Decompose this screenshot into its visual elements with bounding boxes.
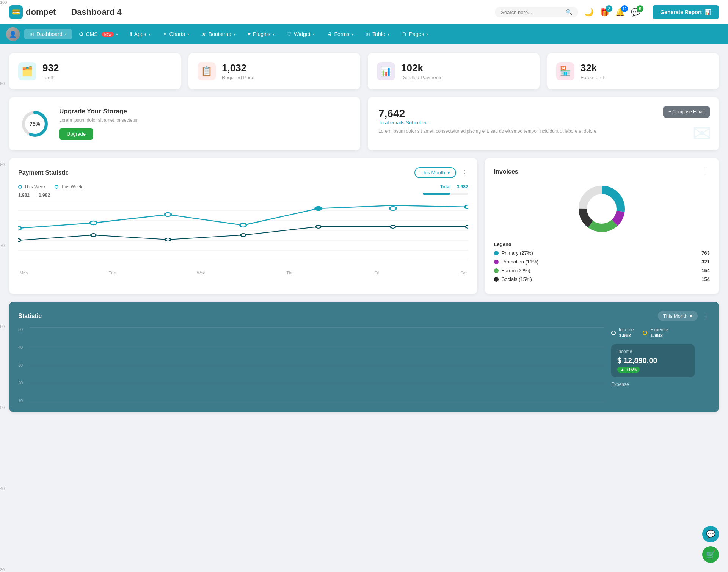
chevron-down-icon: ▾ [234,32,235,36]
storage-info: Upgrade Your Storage Lorem ipsum dolor s… [59,108,139,140]
expense-legend-value: 1.982 [650,332,668,338]
income-dot [611,331,616,335]
sidebar-item-bootstrap[interactable]: ★ Bootstrap ▾ [196,29,241,39]
expense-dot [643,331,647,335]
payments-number: 102k [401,62,442,74]
bar-chart-area: 5040302010 [18,327,604,403]
payment-title: Payment Statistic [18,169,69,176]
chevron-down-icon: ▾ [447,170,450,176]
donut-chart [575,182,628,235]
expense-legend-info: Expense 1.982 [650,327,668,338]
primary-value: 763 [701,250,710,256]
sidebar-item-cms[interactable]: ⚙ CMS New ▾ [74,29,123,39]
sidebar-item-apps[interactable]: ℹ Apps ▾ [125,29,156,39]
email-number: 7,642 [378,108,708,120]
sidebar-item-plugins[interactable]: ♥ Plugins ▾ [242,29,280,39]
stat-legend-row: Income 1.982 Expense 1.982 [611,327,710,338]
payment-card-header: Payment Statistic This Month ▾ ⋮ [18,167,468,178]
chart-area [18,201,468,269]
socials-value: 154 [701,276,710,282]
income-panel: Income 1.982 Expense 1.982 Income $ [611,327,710,403]
payment-menu-button[interactable]: ⋮ [461,168,468,177]
plugins-icon: ♥ [248,31,251,37]
search-icon[interactable]: 🔍 [566,9,572,15]
chevron-down-icon: ▾ [690,313,692,319]
svg-point-14 [390,207,396,210]
svg-point-18 [165,238,171,241]
grid-line [30,346,604,346]
mail-icon: ✉ [692,120,711,147]
income-amount: $ 12,890,00 [617,356,689,365]
expense-box-label: Expense [611,382,710,387]
stat-card-tariff: 🗂️ 932 Tariff [9,53,181,89]
generate-report-button[interactable]: Generate Report 📊 [653,5,719,19]
income-legend-info: Income 1.982 [619,327,634,338]
charts-icon: ✦ [163,31,167,37]
forum-value: 154 [701,268,710,273]
legend-item-0: This Week [18,184,46,190]
sidebar-item-dashboard[interactable]: ⊞ Dashboard ▾ [24,29,72,39]
invoices-card: Invoices ⋮ Lege [485,158,719,294]
chat-icon[interactable]: 💬 5 [631,8,640,17]
legend-val-0: 1.982 [18,193,30,198]
grid-line [30,403,604,403]
statistic-content: 5040302010 [18,327,710,403]
legend-row-promotion: Promotion (11%) 321 [494,259,710,265]
navbar: 👤 ⊞ Dashboard ▾ ⚙ CMS New ▾ ℹ Apps ▾ ✦ C… [0,24,728,44]
forum-dot [494,268,499,273]
force-icon: 🏪 [556,62,574,80]
moon-icon[interactable]: 🌙 [584,8,594,17]
invoices-menu-button[interactable]: ⋮ [702,167,710,176]
cms-icon: ⚙ [79,31,84,37]
logo-text: dompet [26,7,56,17]
charts-row: Payment Statistic This Month ▾ ⋮ This We… [9,158,719,294]
sidebar-item-forms[interactable]: 🖨 Forms ▾ [322,29,359,39]
sidebar-item-widget[interactable]: ♡ Widget ▾ [281,29,320,39]
stat-info: 932 Tariff [42,62,59,80]
compose-email-button[interactable]: + Compose Email [663,106,710,118]
invoices-header: Invoices ⋮ [494,167,710,176]
statistic-filter-button[interactable]: This Month ▾ [658,311,698,321]
promotion-value: 321 [701,259,710,265]
sidebar-item-charts[interactable]: ✦ Charts ▾ [157,29,195,39]
logo: 💳 dompet [9,5,56,19]
statistic-menu-button[interactable]: ⋮ [702,312,710,321]
gift-badge: 2 [606,5,612,12]
gift-icon[interactable]: 🎁 2 [600,8,609,17]
search-input[interactable] [501,9,563,15]
chevron-down-icon: ▾ [273,32,275,36]
chevron-down-icon: ▾ [351,32,353,36]
force-label: Force tariff [581,75,604,80]
upgrade-button[interactable]: Upgrade [59,128,93,140]
search-bar: 🔍 [495,7,578,17]
storage-progress-circle: 75% [20,109,50,139]
sidebar-item-table[interactable]: ⊞ Table ▾ [360,29,394,39]
expense-box: Expense [611,382,710,387]
line-chart: MonTueWedThuFriSat [18,201,468,275]
price-label: Required Price [222,75,254,80]
svg-point-20 [316,225,321,228]
price-icon: 📋 [198,62,216,80]
statistic-title: Statistic [18,313,42,320]
svg-point-10 [90,221,97,225]
forms-icon: 🖨 [327,31,332,37]
bell-icon[interactable]: 🔔 12 [615,8,625,17]
svg-point-17 [91,234,96,237]
total-progress-bar [423,193,468,195]
legend-val-1: 1.982 [39,193,50,198]
sidebar-item-pages[interactable]: 🗋 Pages ▾ [396,29,434,39]
this-month-filter[interactable]: This Month ▾ [414,167,456,178]
svg-point-16 [18,239,21,242]
legend-row-socials: Socials (15%) 154 [494,276,710,282]
svg-point-12 [240,223,246,227]
legend-promotion-name: Promotion (11%) [494,259,539,265]
cms-badge: New [102,32,114,37]
income-badge: ▲ +15% [617,367,640,373]
payment-legend: This Week This Week Total 3.982 [18,184,468,190]
stat-card-payments: 📊 102k Detalled Payments [368,53,540,89]
stat-info: 102k Detalled Payments [401,62,442,80]
income-legend-value: 1.982 [619,332,634,338]
income-legend-label: Income [619,327,634,332]
line-chart-container: 10090807060504030 [18,201,468,275]
storage-title: Upgrade Your Storage [59,108,139,115]
